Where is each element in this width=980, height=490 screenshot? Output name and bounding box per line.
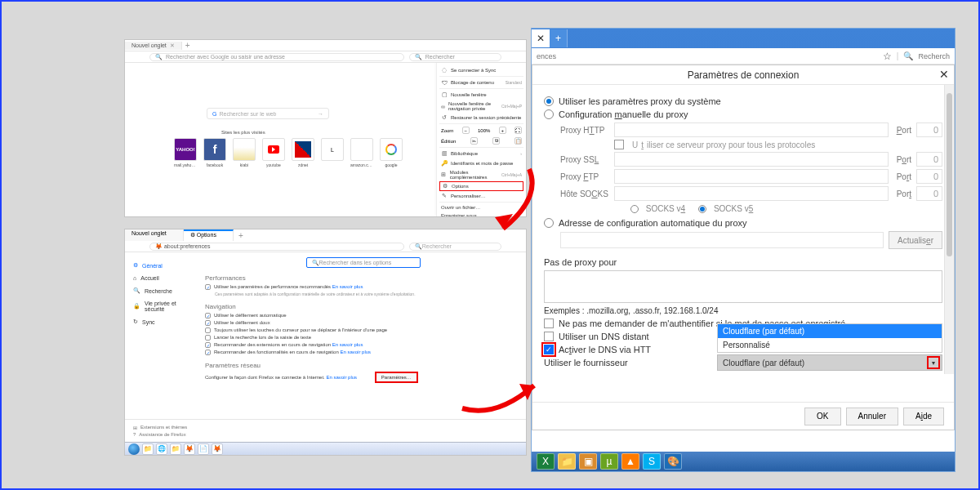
zoom-full-button[interactable]: ⛶ (514, 127, 522, 134)
sidebar-extensions-link[interactable]: ⊞ Extensions et thèmes (133, 425, 518, 430)
sidebar-item-general[interactable]: ⚙ Général (128, 259, 197, 272)
home-search-input[interactable]: G Rechercher sur le web → (207, 108, 329, 119)
sidebar-item-sync[interactable]: ↻ Sync (128, 315, 197, 328)
menu-restore[interactable]: ↺Restaurer la session précédente (439, 113, 523, 122)
nav-learn-link1[interactable]: En savoir plus (332, 342, 363, 347)
taskbar-icon[interactable]: 📄 (198, 443, 209, 455)
bookmark-star-icon[interactable]: ☆ (883, 51, 892, 62)
taskbar-icon[interactable]: 📁 (142, 443, 154, 455)
tile-kiabi[interactable] (233, 138, 256, 161)
sidebar-item-home[interactable]: ⌂ Accueil (128, 272, 197, 284)
network-settings-button[interactable]: Paramètres… (375, 372, 418, 383)
tab-add-right[interactable]: + (550, 29, 568, 47)
reload-button[interactable]: Actualiser (889, 231, 942, 249)
start-button-icon[interactable] (128, 443, 140, 455)
dialog-close-button[interactable]: ✕ (939, 68, 949, 81)
address-input[interactable]: 🔍 Rechercher avec Google ou saisir une a… (149, 53, 404, 61)
help-button[interactable]: Aide (903, 408, 944, 425)
tab-add-icon[interactable]: + (234, 229, 248, 241)
tile-yahoo[interactable]: YAHOO! (174, 138, 197, 161)
radio-system-proxy[interactable]: Utiliser les paramètres proxy du système (544, 96, 942, 106)
paint-icon[interactable]: 🎨 (664, 453, 682, 470)
menu-addons[interactable]: ⊞Modules complémentairesCtrl+Maj+A (439, 168, 523, 181)
taskbar-icon[interactable]: 🦊 (184, 443, 195, 455)
search-input-2[interactable]: 🔍 Rechercher (409, 243, 501, 251)
ftp-proxy-input[interactable] (614, 169, 889, 184)
radio-auto-proxy[interactable]: Adresse de configuration automatique du … (544, 218, 942, 228)
tile-youtube[interactable] (262, 138, 285, 161)
search-input[interactable]: 🔍 Rechercher (409, 53, 501, 61)
auto-proxy-url-input[interactable] (560, 232, 884, 248)
vlc-icon[interactable]: ▲ (621, 453, 639, 470)
http-proxy-input[interactable] (614, 122, 889, 137)
menu-open-file[interactable]: Ouvrir un fichier… (439, 203, 523, 212)
taskbar-icon[interactable]: 🌐 (156, 443, 167, 455)
zoom-in-button[interactable]: + (499, 127, 506, 134)
toolbar-search-icon[interactable]: 🔍 (903, 51, 913, 60)
no-proxy-textarea[interactable] (544, 270, 942, 303)
nav-chk2[interactable] (205, 320, 211, 326)
dialog-scrollbar[interactable] (944, 85, 954, 374)
menu-customize[interactable]: ✎Personnaliser… (439, 191, 523, 201)
tile-facebook[interactable]: f (203, 138, 226, 161)
tile-zdnet[interactable] (292, 138, 314, 161)
taskbar-icon[interactable]: 📁 (170, 443, 181, 455)
menu-library[interactable]: ▥Bibliothèque› (439, 149, 523, 158)
tile-amazon[interactable] (350, 138, 373, 161)
nav-learn-link2[interactable]: En savoir plus (340, 350, 371, 354)
nav-chk5[interactable] (205, 342, 211, 348)
cancel-button[interactable]: Annuler (846, 408, 898, 425)
radio-socks4[interactable]: SOCKS v4 (630, 204, 685, 213)
nav-chk3[interactable] (205, 327, 211, 333)
chevron-down-icon[interactable]: ▾ (927, 356, 940, 369)
menu-block-content[interactable]: 🛡Blocage de contenuStandard (439, 78, 523, 87)
tile-lcl[interactable]: L (321, 138, 344, 161)
notepad-icon[interactable]: ▣ (579, 453, 597, 470)
socks-proxy-input[interactable] (614, 186, 889, 201)
menu-sync[interactable]: ◌Se connecter à Sync (439, 65, 523, 75)
use-for-all-checkbox[interactable] (614, 140, 624, 149)
zoom-out-button[interactable]: − (462, 127, 470, 134)
net-learn-link[interactable]: En savoir plus (326, 375, 357, 380)
provider-select[interactable]: Cloudflare (par défaut) ▾ (717, 354, 942, 371)
nav-chk6[interactable] (205, 350, 211, 355)
socks-port-input[interactable]: 0 (916, 186, 942, 201)
sidebar-item-search[interactable]: 🔍 Recherche (128, 284, 197, 297)
radio-socks5[interactable]: SOCKS v5 (698, 204, 753, 213)
taskbar-icon[interactable]: 🦊 (212, 443, 223, 455)
skype-icon[interactable]: S (643, 453, 661, 470)
tile-google[interactable] (380, 138, 403, 161)
tab-add-icon[interactable]: + (185, 41, 190, 50)
tab-new-page[interactable]: Nouvel onglet (125, 229, 184, 241)
menu-save-as[interactable]: Enregistrer sous… (439, 212, 523, 217)
address-input-2[interactable]: 🦊 about:preferences (149, 243, 404, 251)
http-port-input[interactable]: 0 (916, 122, 942, 137)
ssl-port-input[interactable]: 0 (916, 152, 942, 167)
sidebar-item-privacy[interactable]: 🔒 Vie privée et sécurité (128, 297, 197, 315)
menu-options[interactable]: ⚙Options (439, 181, 523, 191)
paste-button[interactable]: 📋 (514, 137, 522, 145)
provider-option-custom[interactable]: Personnalisé (718, 338, 942, 352)
nav-chk4[interactable] (205, 335, 211, 341)
tab-new[interactable]: Nouvel onglet ✕ (125, 42, 182, 50)
tab-close-icon[interactable]: ✕ (170, 42, 175, 49)
nav-chk1[interactable] (205, 313, 211, 318)
perf-checkbox[interactable] (205, 284, 211, 290)
perf-learn-link[interactable]: En savoir plus (332, 284, 363, 289)
sidebar-support-link[interactable]: ? Assistance de Firefox (133, 432, 518, 437)
folder-icon[interactable]: 📁 (558, 453, 576, 470)
cut-button[interactable]: ✂ (470, 137, 478, 145)
ftp-port-input[interactable]: 0 (916, 169, 942, 184)
radio-manual-proxy[interactable]: Configuration manuelle du proxy (544, 109, 942, 119)
copy-button[interactable]: ⧉ (492, 137, 500, 145)
ok-button[interactable]: OK (804, 408, 840, 425)
prefs-filter-input[interactable]: 🔍 Rechercher dans les options (306, 257, 421, 268)
ssl-proxy-input[interactable] (614, 152, 889, 167)
tab-options-page[interactable]: ⚙ Options (184, 229, 234, 241)
tab-close-left[interactable]: ✕ (532, 29, 550, 47)
utorrent-icon[interactable]: µ (600, 453, 618, 470)
excel-icon[interactable]: X (537, 453, 555, 470)
menu-new-private[interactable]: ∞Nouvelle fenêtre de navigation privéeCt… (439, 100, 523, 113)
menu-new-window[interactable]: ▢Nouvelle fenêtre (439, 90, 523, 100)
menu-logins[interactable]: 🔑Identifiants et mots de passe (439, 158, 523, 168)
